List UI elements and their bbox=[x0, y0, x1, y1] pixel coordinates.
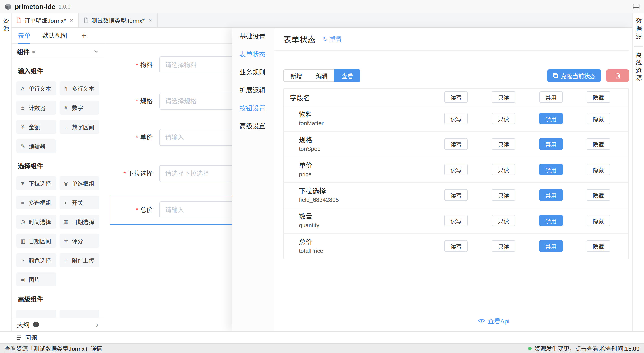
table-row: 数量 quantity 读写 只读 禁用 隐藏 bbox=[284, 208, 628, 233]
component-button[interactable]: # 数字 bbox=[59, 101, 99, 114]
field-code: tonSpec bbox=[299, 145, 432, 152]
component-button[interactable]: ◷ 时间选择 bbox=[16, 215, 56, 228]
field-name: 单价 bbox=[299, 161, 432, 170]
view-tab[interactable]: 表单 bbox=[18, 28, 30, 44]
settings-menu-item[interactable]: 高级设置 bbox=[232, 117, 274, 135]
component-icon: ◐ bbox=[63, 199, 69, 206]
component-button[interactable]: ¥ 金额 bbox=[16, 120, 56, 134]
state-hidden-button[interactable]: 隐藏 bbox=[587, 215, 610, 226]
component-button[interactable]: ↔ 数字区间 bbox=[59, 120, 99, 134]
chevron-right-icon[interactable]: › bbox=[96, 321, 98, 328]
component-icon: ¶ bbox=[63, 85, 69, 92]
header-hidden-button[interactable]: 隐藏 bbox=[587, 91, 610, 103]
state-readonly-button[interactable]: 只读 bbox=[492, 164, 515, 176]
section-title: 输入组件 bbox=[18, 66, 99, 75]
state-hidden-button[interactable]: 隐藏 bbox=[587, 138, 610, 150]
state-readwrite-button[interactable]: 读写 bbox=[444, 138, 468, 150]
state-readonly-button[interactable]: 只读 bbox=[492, 215, 515, 226]
component-button[interactable]: ☆ 评分 bbox=[59, 234, 99, 248]
file-tab[interactable]: 订单明细.formx* × bbox=[12, 14, 79, 27]
panel-toggle-icon[interactable] bbox=[633, 4, 640, 10]
file-tabbar: 订单明细.formx* × 测试数据类型.formx* × bbox=[12, 14, 632, 28]
mode-segmented-control: 新增 编辑 查看 bbox=[283, 69, 360, 82]
component-button[interactable]: ▥ 日期区间 bbox=[16, 234, 56, 248]
state-disabled-button[interactable]: 禁用 bbox=[539, 215, 562, 226]
state-readwrite-button[interactable]: 读写 bbox=[444, 215, 468, 226]
state-readonly-button[interactable]: 只读 bbox=[492, 113, 515, 124]
state-disabled-button[interactable]: 禁用 bbox=[539, 189, 562, 201]
required-asterisk: * bbox=[136, 134, 138, 141]
component-button[interactable]: ± 计数器 bbox=[16, 101, 56, 114]
mode-tab[interactable]: 新增 bbox=[283, 69, 309, 82]
component-button[interactable]: ◉ 单选框组 bbox=[59, 176, 99, 190]
resources-vertical-tab[interactable]: 资源 bbox=[1, 18, 10, 331]
component-grid: A 单行文本 ¶ 多行文本 ± 计数器 bbox=[16, 82, 99, 153]
state-disabled-button[interactable]: 禁用 bbox=[539, 164, 562, 176]
component-button-partial[interactable] bbox=[59, 310, 99, 318]
state-disabled-button[interactable]: 禁用 bbox=[539, 240, 562, 252]
state-hidden-button[interactable]: 隐藏 bbox=[587, 240, 610, 252]
header-readonly-button[interactable]: 只读 bbox=[492, 91, 515, 103]
state-hidden-button[interactable]: 隐藏 bbox=[587, 113, 610, 124]
settings-menu-item[interactable]: 业务规则 bbox=[232, 64, 274, 82]
state-readonly-button[interactable]: 只读 bbox=[492, 189, 515, 201]
state-readwrite-button[interactable]: 读写 bbox=[444, 113, 468, 124]
component-button[interactable]: A 单行文本 bbox=[16, 82, 56, 95]
view-tab[interactable]: 默认视图 bbox=[42, 28, 67, 44]
component-button[interactable]: ≡ 多选框组 bbox=[16, 196, 56, 210]
component-button[interactable]: ↑ 附件上传 bbox=[59, 253, 99, 267]
file-tab[interactable]: 测试数据类型.formx* × bbox=[79, 14, 158, 27]
status-right-text: 资源发生变更，点击查看,检查时间:15:09 bbox=[534, 344, 640, 352]
state-disabled-button[interactable]: 禁用 bbox=[539, 138, 562, 150]
state-readonly-button[interactable]: 只读 bbox=[492, 240, 515, 252]
component-button[interactable]: ▼ 下拉选择 bbox=[16, 176, 56, 190]
reset-button[interactable]: ↻ 重置 bbox=[323, 34, 342, 44]
component-button[interactable]: ▦ 日期选择 bbox=[59, 215, 99, 228]
delete-state-button[interactable] bbox=[606, 69, 629, 82]
problems-bar[interactable]: 问题 bbox=[0, 331, 644, 343]
state-readwrite-button[interactable]: 读写 bbox=[444, 164, 468, 176]
mode-tab[interactable]: 查看 bbox=[334, 69, 360, 82]
mode-tab[interactable]: 编辑 bbox=[309, 69, 335, 82]
outline-toggle[interactable]: 大纲 i › bbox=[12, 318, 104, 331]
view-api-link[interactable]: 查看Api bbox=[478, 316, 509, 325]
state-hidden-button[interactable]: 隐藏 bbox=[587, 164, 610, 176]
component-button[interactable]: ◐ 开关 bbox=[59, 196, 99, 210]
palette-title: 组件 bbox=[17, 47, 30, 56]
state-readwrite-button[interactable]: 读写 bbox=[444, 240, 468, 252]
state-readwrite-button[interactable]: 读写 bbox=[444, 189, 468, 201]
component-label: 附件上传 bbox=[72, 256, 94, 264]
tab-close-button[interactable]: × bbox=[70, 17, 73, 24]
datasource-vertical-tab[interactable]: 数据源 bbox=[634, 18, 643, 46]
status-right[interactable]: 资源发生变更，点击查看,检查时间:15:09 bbox=[528, 344, 640, 352]
header-readwrite-button[interactable]: 读写 bbox=[444, 91, 468, 103]
field-label-text: 总价 bbox=[140, 206, 152, 214]
settings-menu: 基础设置 表单状态 业务规则 扩展逻辑 按钮设置 高级设置 bbox=[232, 28, 274, 331]
state-disabled-button[interactable]: 禁用 bbox=[539, 113, 562, 124]
state-hidden-button[interactable]: 隐藏 bbox=[587, 189, 610, 201]
state-readonly-button[interactable]: 只读 bbox=[492, 138, 515, 150]
file-icon bbox=[84, 18, 88, 23]
component-label: 编辑器 bbox=[29, 142, 46, 150]
component-button-partial[interactable] bbox=[16, 310, 56, 318]
chevron-down-icon[interactable] bbox=[94, 50, 98, 52]
tab-close-button[interactable]: × bbox=[148, 17, 152, 24]
settings-menu-item[interactable]: 基础设置 bbox=[232, 28, 274, 46]
component-icon: ↔ bbox=[63, 124, 69, 130]
offline-resources-vertical-tab[interactable]: 离线资源 bbox=[634, 52, 643, 82]
reset-icon: ↻ bbox=[323, 35, 328, 42]
add-view-button[interactable]: + bbox=[82, 28, 86, 43]
component-button[interactable]: ✎ 编辑器 bbox=[16, 139, 56, 153]
settings-menu-item[interactable]: 扩展逻辑 bbox=[232, 82, 274, 99]
component-button[interactable]: ◔ 颜色选择 bbox=[16, 253, 56, 267]
field-label-text: 物料 bbox=[140, 61, 152, 68]
component-button[interactable]: ¶ 多行文本 bbox=[59, 82, 99, 95]
component-icon: ± bbox=[20, 104, 26, 111]
header-disabled-button[interactable]: 禁用 bbox=[539, 91, 562, 103]
settings-menu-item[interactable]: 表单状态 bbox=[232, 46, 274, 64]
component-button[interactable]: ▣ 图片 bbox=[16, 272, 56, 286]
component-icon: # bbox=[63, 104, 69, 111]
settings-menu-item[interactable]: 按钮设置 bbox=[232, 99, 274, 117]
component-label: 评分 bbox=[72, 237, 83, 245]
clone-state-button[interactable]: 克隆当前状态 bbox=[547, 69, 601, 82]
